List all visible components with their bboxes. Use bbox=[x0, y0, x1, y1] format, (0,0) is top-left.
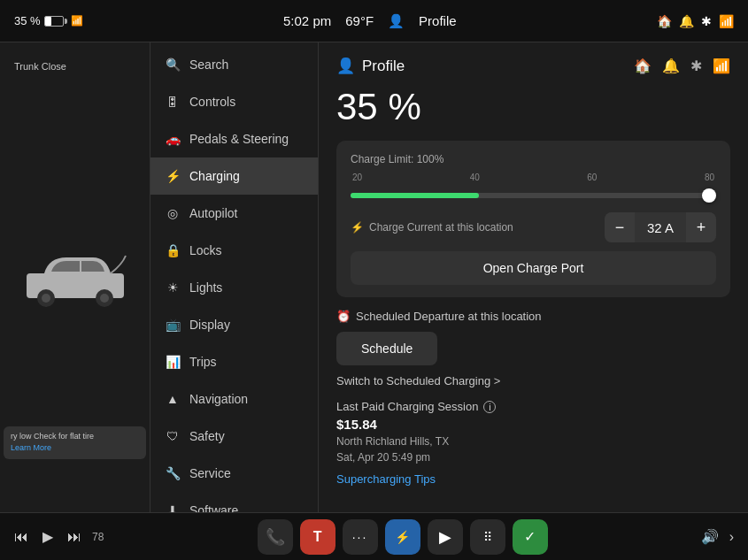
switch-charging-link[interactable]: Switch to Scheduled Charging > bbox=[336, 374, 730, 387]
sidebar: 🔍 Search 🎛 Controls 🚗 Pedals & Steering … bbox=[150, 42, 319, 512]
signal-header-icon: 📶 bbox=[713, 58, 730, 74]
locks-icon: 🔒 bbox=[165, 242, 181, 258]
sidebar-label-lights: Lights bbox=[189, 280, 222, 295]
sidebar-item-lights[interactable]: ☀ Lights bbox=[150, 269, 318, 306]
alert-banner: ry low Check for flat tire Learn More bbox=[4, 426, 146, 459]
volume-icon[interactable]: 🔊 bbox=[701, 528, 719, 545]
software-icon: ⬇ bbox=[165, 502, 181, 512]
pedals-icon: 🚗 bbox=[165, 131, 181, 147]
taskbar-center: 📞 T ··· ⚡ ▶ ⠿ ✓ bbox=[258, 519, 548, 555]
sidebar-item-service[interactable]: 🔧 Service bbox=[150, 455, 318, 492]
sidebar-label-controls: Controls bbox=[189, 95, 235, 109]
battery-indicator: 35 % bbox=[14, 14, 64, 27]
learn-more-link[interactable]: Learn More bbox=[11, 443, 139, 454]
sidebar-item-charging[interactable]: ⚡ Charging bbox=[150, 157, 318, 195]
lights-icon: ☀ bbox=[165, 280, 181, 295]
battery-icon bbox=[44, 16, 64, 27]
clock-icon: ⏰ bbox=[336, 310, 351, 323]
charge-increase-button[interactable]: + bbox=[686, 212, 716, 242]
tesla-taskbar-icon[interactable]: T bbox=[300, 519, 335, 555]
charging-icon: ⚡ bbox=[165, 168, 181, 184]
charge-slider-fill bbox=[351, 193, 479, 198]
trips-icon: 📊 bbox=[165, 354, 181, 370]
content-header: 👤 Profile 🏠 🔔 ✱ 📶 bbox=[336, 57, 730, 75]
sidebar-label-service: Service bbox=[189, 466, 231, 480]
session-title: Last Paid Charging Session i bbox=[336, 400, 730, 413]
navigation-icon: ▲ bbox=[165, 391, 181, 407]
car-image: ⚡ bbox=[18, 247, 133, 309]
profile-label: Profile bbox=[419, 13, 457, 28]
apps-taskbar-icon[interactable]: ⠿ bbox=[470, 519, 505, 555]
status-right: 🏠 🔔 ✱ 📶 bbox=[657, 14, 734, 28]
content-title-text: Profile bbox=[362, 58, 405, 75]
sidebar-item-display[interactable]: 📺 Display bbox=[150, 306, 318, 343]
sidebar-label-charging: Charging bbox=[189, 169, 240, 183]
bluetooth-taskbar-icon[interactable]: ⚡ bbox=[385, 519, 420, 555]
battery-percent-display: 35 % bbox=[336, 86, 730, 128]
autopilot-icon: ◎ bbox=[165, 205, 181, 221]
charge-slider-track[interactable] bbox=[351, 193, 716, 198]
charge-current-control: − 32 A + bbox=[605, 212, 716, 242]
sidebar-item-safety[interactable]: 🛡 Safety bbox=[150, 418, 318, 455]
time-display: 5:02 pm bbox=[283, 13, 331, 28]
dots-taskbar-icon[interactable]: ··· bbox=[343, 519, 378, 555]
display-icon: 📺 bbox=[165, 317, 181, 333]
profile-header-icon: 👤 bbox=[336, 57, 355, 75]
sidebar-label-display: Display bbox=[189, 318, 230, 332]
check-taskbar-icon[interactable]: ✓ bbox=[513, 519, 548, 555]
search-icon: 🔍 bbox=[165, 57, 181, 73]
slider-label-40: 40 bbox=[470, 173, 480, 182]
charge-decrease-button[interactable]: − bbox=[605, 212, 635, 242]
content-title-group: 👤 Profile bbox=[336, 57, 405, 75]
scheduled-departure-label: Scheduled Departure at this location bbox=[356, 310, 542, 323]
charge-slider-labels: 20 40 60 80 bbox=[351, 173, 716, 182]
signal-bars-icon: 📶 bbox=[719, 14, 734, 28]
home-header-icon: 🏠 bbox=[634, 58, 652, 74]
service-icon: 🔧 bbox=[165, 465, 181, 481]
svg-point-4 bbox=[100, 294, 109, 303]
sidebar-label-search: Search bbox=[189, 58, 228, 72]
sidebar-item-navigation[interactable]: ▲ Navigation bbox=[150, 380, 318, 418]
phone-taskbar-icon[interactable]: 📞 bbox=[258, 519, 293, 555]
media-prev-button[interactable]: ⏮ bbox=[14, 529, 28, 545]
sidebar-item-pedals[interactable]: 🚗 Pedals & Steering bbox=[150, 120, 318, 157]
schedule-button[interactable]: Schedule bbox=[336, 332, 437, 365]
slider-label-80: 80 bbox=[705, 173, 714, 182]
svg-point-2 bbox=[42, 294, 50, 303]
info-icon: i bbox=[483, 401, 496, 413]
content-area: 👤 Profile 🏠 🔔 ✱ 📶 35 % Charge Limit: 100… bbox=[319, 42, 748, 512]
taskbar-left: ⏮ ▶ ⏭ 78 bbox=[14, 528, 104, 545]
play-taskbar-icon[interactable]: ▶ bbox=[428, 519, 463, 555]
status-bar: 35 % 📶 5:02 pm 69°F 👤 Profile 🏠 🔔 ✱ 📶 bbox=[0, 0, 748, 42]
charge-limit-label: Charge Limit: 100% bbox=[351, 153, 716, 165]
bluetooth-icon: ✱ bbox=[701, 14, 712, 28]
charge-current-row: ⚡ Charge Current at this location − 32 A… bbox=[351, 212, 716, 242]
taskbar-right: 🔊 › bbox=[701, 528, 734, 545]
charge-card: Charge Limit: 100% 20 40 60 80 ⚡ Charge … bbox=[336, 141, 730, 297]
signal-icon: 📶 bbox=[71, 15, 83, 27]
supercharging-tips-link[interactable]: Supercharging Tips bbox=[336, 472, 730, 486]
slider-label-60: 60 bbox=[587, 173, 597, 182]
charge-current-label: ⚡ Charge Current at this location bbox=[351, 221, 513, 234]
temperature-display: 69°F bbox=[345, 13, 374, 28]
chevron-right-icon[interactable]: › bbox=[729, 529, 734, 545]
charge-current-icon: ⚡ bbox=[351, 221, 364, 234]
sidebar-label-locks: Locks bbox=[189, 243, 222, 257]
media-next-button[interactable]: ⏭ bbox=[67, 529, 81, 545]
charge-current-value: 32 A bbox=[635, 220, 686, 235]
trunk-label: Trunk Close bbox=[14, 60, 66, 73]
controls-icon: 🎛 bbox=[165, 94, 181, 110]
bluetooth-header-icon: ✱ bbox=[690, 58, 702, 74]
sidebar-item-search[interactable]: 🔍 Search bbox=[150, 46, 318, 83]
media-play-button[interactable]: ▶ bbox=[42, 528, 53, 545]
header-icons: 🏠 🔔 ✱ 📶 bbox=[634, 58, 730, 74]
sidebar-label-safety: Safety bbox=[189, 429, 225, 443]
sidebar-item-software[interactable]: ⬇ Software bbox=[150, 492, 318, 512]
open-charge-port-button[interactable]: Open Charge Port bbox=[351, 251, 716, 285]
status-center: 5:02 pm 69°F 👤 Profile bbox=[283, 13, 457, 29]
sidebar-item-autopilot[interactable]: ◎ Autopilot bbox=[150, 195, 318, 232]
sidebar-item-controls[interactable]: 🎛 Controls bbox=[150, 83, 318, 120]
sidebar-item-trips[interactable]: 📊 Trips bbox=[150, 343, 318, 380]
taskbar-left-text: 78 bbox=[92, 531, 104, 543]
sidebar-item-locks[interactable]: 🔒 Locks bbox=[150, 232, 318, 269]
